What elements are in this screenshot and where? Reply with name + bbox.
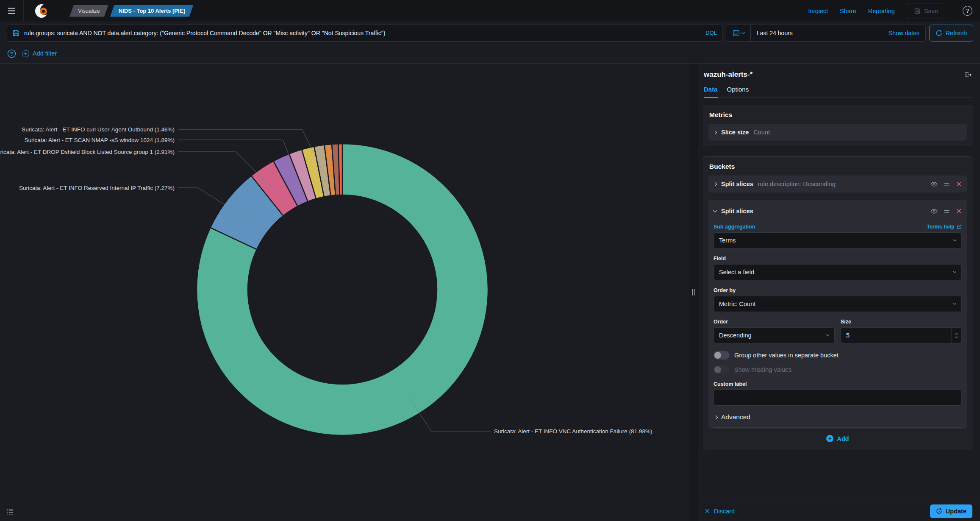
slice-label: Suricata: Alert - ET SCAN NMAP -sS windo… [25, 137, 175, 143]
nav-actions: Inspect Share Reporting Save ? [808, 3, 980, 19]
toggle-visibility-button[interactable] [930, 181, 938, 188]
donut-pie-chart[interactable]: Suricata: Alert - ET INFO VNC Authentica… [0, 64, 689, 521]
custom-label-input[interactable] [713, 390, 962, 406]
query-language-button[interactable]: DQL [702, 30, 717, 36]
group-other-values-toggle[interactable] [713, 351, 730, 359]
filter-bar: + Add filter [0, 44, 980, 64]
chevron-down-icon [953, 238, 956, 241]
slice-label: Suricata: Alert - ET INFO curl User-Agen… [22, 126, 175, 133]
plus-circle-icon: + [22, 50, 29, 57]
help-button[interactable]: ? [963, 6, 972, 16]
buckets-panel: Buckets Split slices rule.description: D… [703, 156, 972, 450]
advanced-accordion[interactable]: Advanced [713, 413, 962, 428]
toggle-visibility-button[interactable] [930, 208, 938, 215]
tab-data[interactable]: Data [704, 86, 718, 98]
remove-bucket-button[interactable] [956, 181, 962, 187]
index-pattern-title: wazuh-alerts-* [704, 70, 752, 79]
add-filter-button[interactable]: + Add filter [22, 50, 57, 57]
hamburger-icon [8, 8, 16, 14]
close-icon [705, 508, 710, 514]
chevron-right-icon [713, 182, 717, 186]
remove-bucket-button[interactable] [956, 208, 962, 214]
sub-aggregation-label: Sub aggregation [713, 224, 755, 230]
breadcrumb-visualize[interactable]: Visualize [69, 5, 108, 17]
external-link-icon [957, 224, 962, 229]
order-by-select[interactable]: Metric: Count [713, 296, 962, 312]
metrics-panel: Metrics Slice size Count [703, 105, 972, 146]
show-missing-values-label: Show missing values [734, 366, 791, 373]
chevron-right-icon [713, 130, 717, 134]
custom-label-label: Custom label [713, 381, 962, 387]
chevron-down-icon [955, 335, 958, 338]
wazuh-logo-icon [35, 4, 49, 18]
refresh-button[interactable]: Refresh [929, 25, 973, 42]
metric-slice-size-row[interactable]: Slice size Count [708, 124, 967, 141]
breadcrumb: Visualize NIDS - Top 10 Alerts [PIE] [69, 5, 194, 17]
bucket-split-slices-expanded: Split slices [708, 200, 967, 429]
sub-aggregation-select[interactable]: Terms [713, 232, 962, 248]
metric-value: Count [753, 129, 770, 136]
resizer-grip-icon [692, 289, 695, 295]
saved-query-icon[interactable] [12, 29, 20, 37]
order-select[interactable]: Descending [713, 327, 835, 343]
terms-help-link[interactable]: Terms help [927, 224, 962, 230]
field-label: Field [713, 256, 962, 262]
plus-circle-icon: + [826, 435, 833, 442]
bucket-label: Split slices [721, 208, 753, 215]
vis-editor-sidebar: wazuh-alerts-* Data Options Metrics [698, 64, 980, 521]
time-range-value[interactable]: Last 24 hours [751, 30, 888, 36]
chevron-down-icon [953, 270, 956, 273]
show-missing-values-toggle[interactable] [713, 365, 730, 374]
chevron-down-icon [741, 31, 744, 34]
chevron-down-icon [826, 333, 829, 336]
visualization-panel: Suricata: Alert - ET INFO VNC Authentica… [0, 64, 689, 521]
size-stepper[interactable] [951, 328, 961, 343]
update-button[interactable]: Update [930, 504, 972, 518]
legend-list-icon [6, 508, 14, 515]
app-root: Visualize NIDS - Top 10 Alerts [PIE] Ins… [0, 0, 980, 521]
show-dates-button[interactable]: Show dates [888, 30, 925, 36]
close-icon [956, 181, 962, 187]
refresh-icon [936, 508, 942, 514]
breadcrumb-current-visualization: NIDS - Top 10 Alerts [PIE] [110, 5, 194, 17]
save-button[interactable]: Save [907, 3, 945, 19]
add-bucket-button[interactable]: + Add [708, 435, 967, 442]
refresh-icon [936, 30, 942, 36]
query-text[interactable]: rule.groups: suricata AND NOT data.alert… [24, 30, 698, 36]
sidebar-footer: Discard Update [698, 501, 980, 521]
reporting-link[interactable]: Reporting [868, 8, 895, 14]
date-quick-select-button[interactable] [726, 25, 751, 41]
menu-toggle-button[interactable] [0, 0, 24, 22]
share-link[interactable]: Share [840, 8, 856, 14]
size-input[interactable] [841, 332, 951, 339]
collapse-sidebar-button[interactable] [964, 71, 972, 78]
query-bar: rule.groups: suricata AND NOT data.alert… [0, 22, 980, 44]
tab-options[interactable]: Options [727, 86, 749, 98]
inspect-link[interactable]: Inspect [808, 8, 828, 14]
drag-handle[interactable] [944, 208, 950, 215]
slice-label: Suricata: Alert - ET INFO VNC Authentica… [494, 428, 652, 435]
question-icon: ? [966, 8, 969, 14]
drag-handle[interactable] [944, 181, 950, 187]
bucket-label: Split slices [721, 181, 753, 187]
metric-label: Slice size [721, 129, 749, 136]
split-slices-accordion-header[interactable]: Split slices [713, 205, 962, 217]
slice-label: Suricata: Alert - ET DROP Dshield Block … [0, 149, 175, 155]
chevron-down-icon [953, 302, 956, 305]
save-icon [914, 8, 921, 14]
field-select[interactable]: Select a field [713, 264, 962, 280]
drag-handle-icon [944, 181, 950, 187]
discard-button[interactable]: Discard [705, 508, 735, 515]
bucket-split-slices-row[interactable]: Split slices rule.description: Descendin… [708, 176, 967, 192]
drag-handle-icon [944, 208, 950, 215]
chevron-right-icon [714, 415, 718, 419]
chevron-down-icon [713, 209, 717, 213]
top-nav: Visualize NIDS - Top 10 Alerts [PIE] Ins… [0, 0, 980, 22]
bucket-value: rule.description: Descending [758, 181, 836, 187]
panel-resizer[interactable] [689, 64, 698, 521]
toggle-legend-button[interactable] [4, 506, 15, 517]
logo-button[interactable] [24, 0, 60, 22]
filter-options-icon[interactable] [7, 49, 16, 58]
close-icon [956, 208, 962, 214]
query-input[interactable]: rule.groups: suricata AND NOT data.alert… [7, 25, 722, 42]
